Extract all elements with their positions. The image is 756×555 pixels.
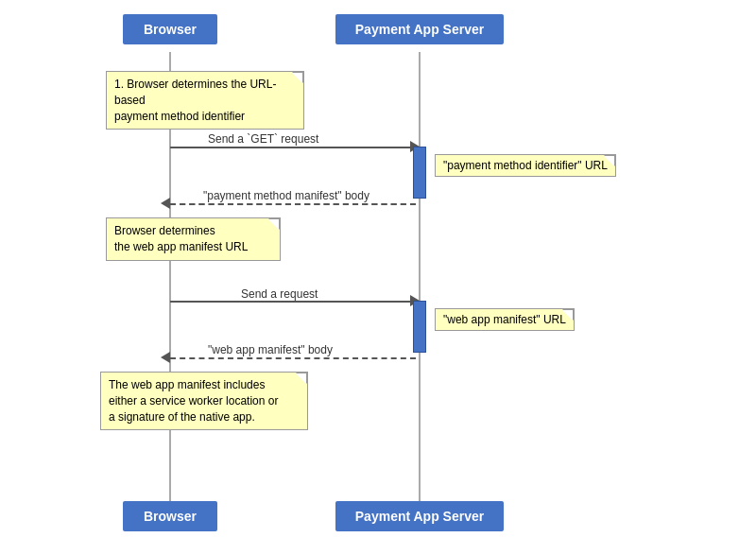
note-3: The web app manifest includes either a s… [100,372,308,430]
arrow-4-label: "web app manifest" body [208,343,333,356]
arrow-1-line [170,147,416,148]
server-footer-label: Payment App Server [355,509,484,524]
arrow-3-label: Send a request [241,287,318,301]
server-activation-1 [413,147,426,199]
browser-header-box: Browser [123,14,217,44]
server-header-label: Payment App Server [355,22,484,37]
note-2: Browser determines the web app manifest … [106,217,281,261]
arrow-2-label: "payment method manifest" body [203,189,369,202]
arrow-3-line [170,301,416,303]
note-3-text: The web app manifest includes either a s… [109,378,278,424]
arrow-4-head [161,352,170,363]
note-1-text: 1. Browser determines the URL-based paym… [114,78,276,123]
arrow-2-head [161,198,170,209]
browser-footer-label: Browser [144,509,197,524]
sequence-diagram: Browser Payment App Server 1. Browser de… [0,0,756,555]
server-footer-box: Payment App Server [335,501,504,531]
note-1: 1. Browser determines the URL-based paym… [106,71,304,130]
server-header-box: Payment App Server [335,14,504,44]
side-note-2-text: "web app manifest" URL [443,313,566,326]
server-activation-2 [413,301,426,353]
side-note-1: "payment method identifier" URL [435,154,616,177]
arrow-1-label: Send a `GET` request [208,132,318,146]
note-2-text: Browser determines the web app manifest … [114,224,248,253]
side-note-2: "web app manifest" URL [435,308,575,331]
arrow-4-line [170,357,416,359]
arrow-2-dashed [170,203,416,205]
browser-footer-box: Browser [123,501,217,531]
side-note-1-text: "payment method identifier" URL [443,159,608,172]
browser-header-label: Browser [144,22,197,37]
server-lifeline [419,52,421,504]
